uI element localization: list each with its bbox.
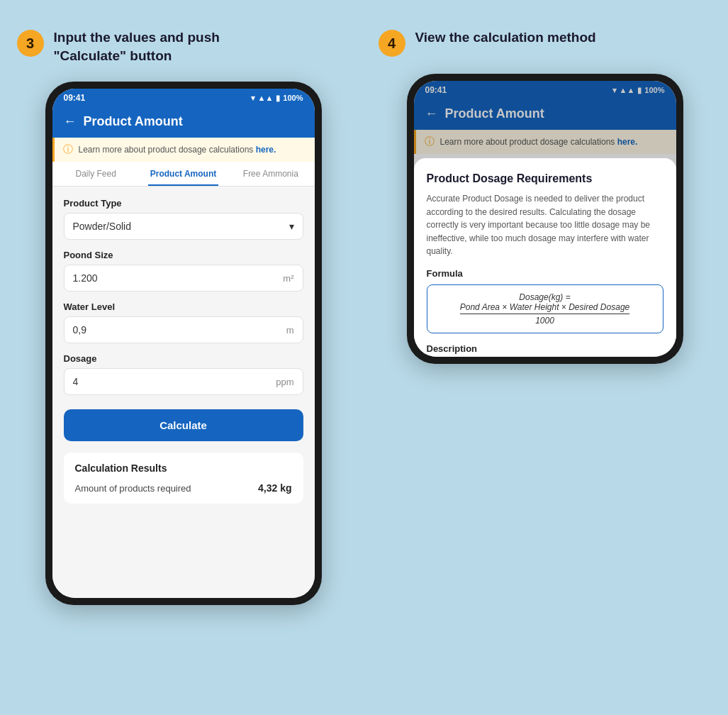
back-icon-left[interactable]: ←	[64, 114, 77, 129]
banner-link-left[interactable]: here.	[256, 145, 276, 155]
phone-left: 09:41 ▾ ▲▲ ▮ 100% ← Product Amount ⓘ	[45, 82, 322, 605]
step3-badge: 3	[17, 30, 44, 57]
popup-overlay: Product Dosage Requirements Accurate Pro…	[414, 81, 676, 357]
product-type-group: Product Type Powder/Solid ▾	[64, 198, 303, 240]
status-bar-left: 09:41 ▾ ▲▲ ▮ 100%	[52, 89, 315, 107]
result-value: 4,32 kg	[258, 482, 291, 494]
phone-right: 09:41 ▾ ▲▲ ▮ 100% ← Product Amount ⓘ	[407, 74, 683, 364]
dosage-unit: ppm	[276, 377, 293, 387]
step4-title: View the calculation method	[415, 28, 596, 47]
calculate-button[interactable]: Calculate	[64, 409, 303, 441]
water-level-label: Water Level	[64, 301, 303, 312]
right-section: 4 View the calculation method 09:41 ▾ ▲▲…	[379, 28, 712, 364]
calc-results: Calculation Results Amount of products r…	[64, 453, 303, 504]
product-type-label: Product Type	[64, 198, 303, 209]
phone-left-screen: 09:41 ▾ ▲▲ ▮ 100% ← Product Amount ⓘ	[52, 89, 315, 598]
pond-size-group: Poond Size m²	[64, 250, 303, 292]
app-bar-title-left: Product Amount	[84, 114, 183, 129]
water-level-group: Water Level m	[64, 301, 303, 343]
battery-pct-left: 100%	[283, 94, 303, 102]
calc-results-title: Calculation Results	[75, 462, 292, 474]
formula-box: Dosage(kg) = Pond Area × Water Height × …	[427, 284, 663, 333]
app-bar-left: ← Product Amount	[52, 107, 315, 138]
result-label: Amount of products required	[75, 483, 191, 494]
water-level-input-wrapper: m	[64, 316, 303, 343]
step4-badge: 4	[379, 30, 405, 57]
description-section-label: Description	[427, 343, 663, 354]
formula-denominator: 1000	[535, 316, 554, 326]
pond-size-unit: m²	[283, 273, 293, 284]
water-level-input[interactable]	[73, 324, 286, 336]
step3-title: Input the values and push "Calculate" bu…	[54, 28, 220, 65]
dosage-label: Dosage	[64, 353, 303, 364]
signal-icon: ▲▲	[258, 94, 274, 102]
popup-card: Product Dosage Requirements Accurate Pro…	[414, 158, 676, 357]
pond-size-input-wrapper: m²	[64, 265, 303, 292]
time-left: 09:41	[64, 93, 86, 103]
dosage-input-wrapper: ppm	[64, 368, 303, 395]
page-container: 3 Input the values and push "Calculate" …	[17, 28, 712, 605]
banner-text-left: Learn more about product dosage calculat…	[79, 145, 276, 155]
popup-title: Product Dosage Requirements	[427, 172, 663, 185]
battery-icon: ▮	[276, 94, 280, 103]
tab-free-ammonia-left[interactable]: Free Ammonia	[227, 162, 314, 186]
tab-bar-left: Daily Feed Product Amount Free Ammonia	[52, 162, 315, 187]
phone-right-screen: 09:41 ▾ ▲▲ ▮ 100% ← Product Amount ⓘ	[414, 81, 676, 357]
formula-numerator: Pond Area × Water Height × Desired Dosag…	[460, 302, 629, 314]
pond-size-label: Poond Size	[64, 250, 303, 260]
product-type-value: Powder/Solid	[73, 221, 132, 232]
wifi-icon: ▾	[251, 94, 255, 103]
water-level-unit: m	[286, 325, 294, 336]
dosage-input[interactable]	[73, 376, 276, 387]
calc-result-row: Amount of products required 4,32 kg	[75, 482, 292, 494]
formula-fraction: Pond Area × Water Height × Desired Dosag…	[460, 302, 629, 326]
tab-product-amount-left[interactable]: Product Amount	[140, 162, 227, 186]
step3-header: 3 Input the values and push "Calculate" …	[17, 28, 350, 65]
chevron-down-icon: ▾	[289, 221, 294, 232]
formula-lhs: Dosage(kg) = Pond Area × Water Height × …	[457, 292, 632, 318]
app-content-left: Product Type Powder/Solid ▾ Poond Size m…	[52, 187, 315, 598]
dosage-group: Dosage ppm	[64, 353, 303, 395]
info-icon-left: ⓘ	[63, 143, 73, 156]
product-type-select[interactable]: Powder/Solid ▾	[64, 213, 303, 240]
info-banner-left: ⓘ Learn more about product dosage calcul…	[52, 138, 315, 162]
popup-description: Accurate Product Dosage is needed to del…	[427, 192, 663, 258]
status-icons-left: ▾ ▲▲ ▮ 100%	[251, 94, 303, 103]
formula-label: Formula	[427, 268, 663, 279]
step4-header: 4 View the calculation method	[379, 28, 712, 57]
left-section: 3 Input the values and push "Calculate" …	[17, 28, 350, 605]
pond-size-input[interactable]	[73, 272, 284, 284]
tab-daily-feed-left[interactable]: Daily Feed	[52, 162, 140, 186]
